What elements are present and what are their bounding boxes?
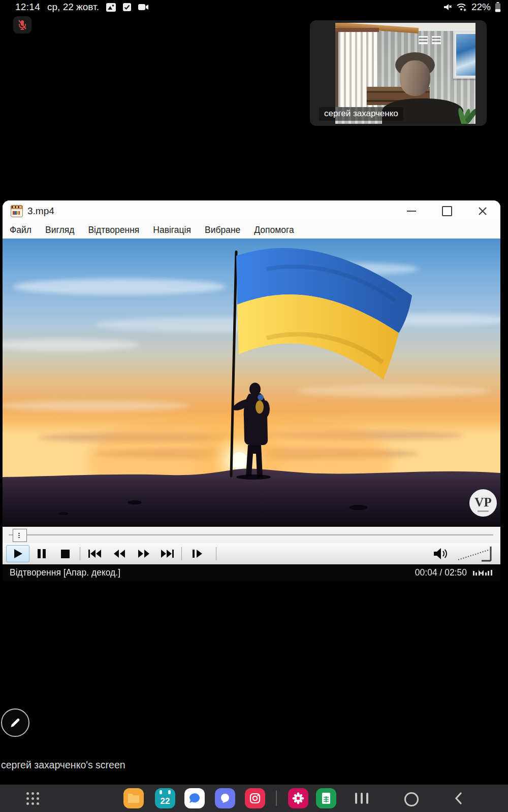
menu-navigation[interactable]: Навігація xyxy=(153,225,191,235)
back-button[interactable] xyxy=(454,792,462,806)
next-icon xyxy=(161,550,174,558)
wifi-icon xyxy=(456,3,467,12)
play-button[interactable] xyxy=(6,545,29,562)
android-status-bar: 12:14 ср, 22 жовт. 22% xyxy=(0,0,508,15)
stop-button[interactable] xyxy=(55,545,75,562)
window-title: 3.mp4 xyxy=(27,206,54,217)
gallery-app-icon[interactable] xyxy=(288,788,308,808)
maximize-icon xyxy=(442,206,452,216)
plant xyxy=(455,93,475,124)
media-player-window: 3.mp4 Файл Вигляд Відтворення Навігація … xyxy=(3,200,500,581)
playback-time: 00:04 / 02:50 xyxy=(415,567,467,578)
minimize-icon xyxy=(407,211,416,212)
previous-button[interactable] xyxy=(85,545,105,562)
messenger-app-icon[interactable] xyxy=(215,788,235,808)
menu-view[interactable]: Вигляд xyxy=(45,225,74,235)
seek-bar[interactable] xyxy=(3,527,500,543)
checkbox-notification-icon xyxy=(123,3,131,11)
minimize-button[interactable] xyxy=(394,200,429,222)
menu-bar: Файл Вигляд Відтворення Навігація Вибран… xyxy=(3,222,500,239)
pencil-icon xyxy=(9,716,22,729)
previous-icon xyxy=(88,550,102,558)
player-status-bar: Відтворення [Апар. декод.] 00:04 / 02:50 xyxy=(3,564,500,581)
menu-playback[interactable]: Відтворення xyxy=(88,225,139,235)
messages-app-icon[interactable] xyxy=(184,788,205,808)
menu-file[interactable]: Файл xyxy=(10,225,31,235)
volume-slider[interactable] xyxy=(456,545,499,562)
apps-grid-button[interactable] xyxy=(26,792,39,805)
speaker-icon xyxy=(433,547,450,560)
battery-percent: 22% xyxy=(471,2,491,13)
video-camera-notification-icon xyxy=(138,4,149,11)
calendar-day-number: 22 xyxy=(155,796,175,806)
media-file-icon xyxy=(11,205,23,217)
seek-thumb[interactable] xyxy=(13,529,27,542)
participant-video-tile[interactable]: сергей захарченко xyxy=(310,20,487,126)
picture-frame xyxy=(453,31,475,79)
menu-help[interactable]: Допомога xyxy=(254,225,294,235)
wall-vents xyxy=(419,36,441,44)
vp-watermark-text: VP xyxy=(474,495,491,509)
frame-step-button[interactable] xyxy=(186,545,209,562)
taskbar-separator xyxy=(276,791,277,806)
participant-face xyxy=(400,60,430,96)
video-frame-artwork: VP xyxy=(3,239,500,527)
maximize-button[interactable] xyxy=(429,200,465,222)
pause-button[interactable] xyxy=(31,545,52,562)
mic-muted-icon xyxy=(17,19,27,30)
screen-share-label: сергей захарченко's screen xyxy=(1,759,125,771)
volume-slider-icon xyxy=(456,545,499,562)
rewind-icon xyxy=(113,550,125,558)
files-app-icon[interactable] xyxy=(123,788,144,808)
controls-separator xyxy=(216,547,216,560)
next-button[interactable] xyxy=(157,545,177,562)
mic-muted-indicator[interactable] xyxy=(13,16,31,33)
vp-watermark: VP xyxy=(469,489,497,517)
decoder-status-icon xyxy=(473,568,494,579)
controls-separator xyxy=(181,547,182,560)
rewind-button[interactable] xyxy=(109,545,130,562)
volume-mute-button[interactable] xyxy=(432,545,451,562)
taskbar: 22 xyxy=(0,785,508,812)
date: ср, 22 жовт. xyxy=(47,2,99,13)
window-title-bar[interactable]: 3.mp4 xyxy=(3,200,500,222)
annotate-button[interactable] xyxy=(1,708,29,737)
fast-forward-button[interactable] xyxy=(134,545,154,562)
battery-icon xyxy=(495,2,501,12)
clock: 12:14 xyxy=(15,2,40,13)
play-icon xyxy=(12,548,23,559)
video-display-area[interactable]: VP xyxy=(3,239,500,527)
stop-icon xyxy=(61,550,70,558)
recents-button[interactable] xyxy=(355,793,368,804)
fast-forward-icon xyxy=(138,550,150,558)
close-button[interactable] xyxy=(465,200,500,222)
playback-status-text: Відтворення [Апар. декод.] xyxy=(10,567,120,578)
close-icon xyxy=(478,207,487,216)
calendar-app-icon[interactable]: 22 xyxy=(155,788,175,808)
pause-icon xyxy=(37,549,47,559)
sheets-app-icon[interactable] xyxy=(316,788,336,808)
instagram-app-icon[interactable] xyxy=(245,788,265,808)
frame-step-icon xyxy=(193,550,203,558)
back-chevron-icon xyxy=(454,792,462,804)
controls-separator xyxy=(80,547,80,560)
home-button[interactable] xyxy=(404,792,419,806)
playback-controls xyxy=(3,543,500,564)
menu-favorites[interactable]: Вибране xyxy=(205,225,240,235)
participant-name-label: сергей захарченко xyxy=(319,107,403,121)
sound-muted-icon xyxy=(442,3,452,12)
photo-notification-icon xyxy=(106,3,116,12)
curtain-rod xyxy=(335,28,379,32)
seek-groove[interactable] xyxy=(9,534,493,535)
